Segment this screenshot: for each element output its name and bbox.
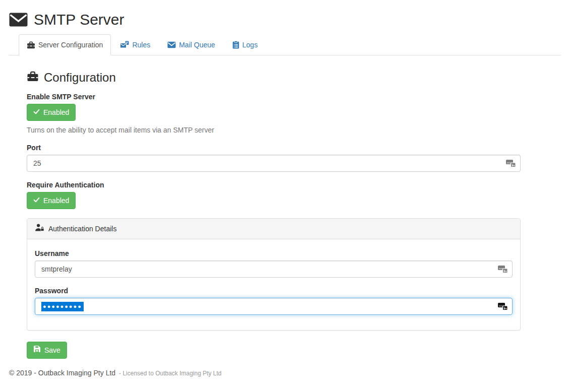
svg-text:9+: 9+ xyxy=(503,307,507,310)
user-lock-icon xyxy=(35,224,44,234)
onscreen-keyboard-icon[interactable]: 9+ xyxy=(506,159,516,167)
section-heading: Configuration xyxy=(27,71,521,85)
footer-copyright: © 2019 - Outback Imaging Pty Ltd xyxy=(9,369,115,377)
require-auth-group: Require Authentication Enabled xyxy=(27,181,521,209)
check-icon xyxy=(33,195,40,206)
tab-server-configuration[interactable]: Server Configuration xyxy=(19,34,111,55)
username-group: Username 9+ xyxy=(35,249,513,278)
tab-label: Mail Queue xyxy=(179,40,215,50)
svg-text:9+: 9+ xyxy=(503,270,507,273)
port-input[interactable] xyxy=(27,155,521,172)
authentication-details-header: Authentication Details xyxy=(27,219,520,239)
check-icon xyxy=(33,107,40,117)
enable-smtp-group: Enable SMTP Server Enabled Turns on the … xyxy=(27,93,521,135)
enable-smtp-help: Turns on the ability to accept mail item… xyxy=(27,125,521,135)
require-auth-toggle-button[interactable]: Enabled xyxy=(27,192,76,209)
footer: © 2019 - Outback Imaging Pty Ltd - Licen… xyxy=(9,369,561,377)
envelope-icon xyxy=(9,13,28,27)
onscreen-keyboard-icon[interactable]: 9+ xyxy=(498,265,508,273)
authentication-details-body: Username 9+ xyxy=(27,239,520,330)
tab-logs[interactable]: Logs xyxy=(224,34,266,55)
save-button[interactable]: Save xyxy=(27,342,67,359)
tab-rules[interactable]: Rules xyxy=(112,34,158,55)
toggle-label: Enabled xyxy=(43,107,69,117)
svg-text:9+: 9+ xyxy=(512,164,515,167)
password-label: Password xyxy=(35,287,513,295)
port-group: Port 9+ xyxy=(27,144,521,172)
page-title-text: SMTP Server xyxy=(34,11,124,28)
page-title: SMTP Server xyxy=(9,11,561,28)
save-button-label: Save xyxy=(44,345,60,355)
tab-label: Server Configuration xyxy=(38,40,103,50)
username-label: Username xyxy=(35,249,513,258)
tab-mail-queue[interactable]: Mail Queue xyxy=(159,34,223,55)
footer-license: - Licensed to Outback Imaging Pty Ltd xyxy=(119,370,221,377)
envelope-icon xyxy=(167,41,176,48)
password-masked-value: ●●●●●●●●● xyxy=(41,302,84,311)
onscreen-keyboard-icon[interactable]: 9+ xyxy=(498,302,508,310)
toolbox-icon xyxy=(27,71,39,85)
tab-label: Rules xyxy=(132,40,150,50)
username-input[interactable] xyxy=(35,260,513,278)
port-label: Port xyxy=(27,144,521,152)
password-group: Password ●●●●●●●●● xyxy=(35,287,513,315)
floppy-disk-icon xyxy=(33,345,41,355)
server-configuration-pane: Configuration Enable SMTP Server Enabled… xyxy=(27,55,521,359)
enable-smtp-label: Enable SMTP Server xyxy=(27,93,521,101)
clipboard-list-icon xyxy=(232,41,239,49)
mail-bulk-icon xyxy=(120,41,129,49)
tab-bar: Server Configuration Rules xyxy=(9,34,561,55)
section-heading-text: Configuration xyxy=(44,71,116,85)
authentication-details-panel: Authentication Details Username xyxy=(27,218,521,331)
enable-smtp-toggle-button[interactable]: Enabled xyxy=(27,104,76,121)
toggle-label: Enabled xyxy=(43,195,69,206)
panel-title: Authentication Details xyxy=(48,224,116,234)
page: SMTP Server Server Configuration xyxy=(0,11,570,377)
tab-label: Logs xyxy=(242,40,258,50)
require-auth-label: Require Authentication xyxy=(27,181,521,189)
toolbox-icon xyxy=(27,41,35,49)
password-input[interactable]: ●●●●●●●●● xyxy=(35,298,513,315)
